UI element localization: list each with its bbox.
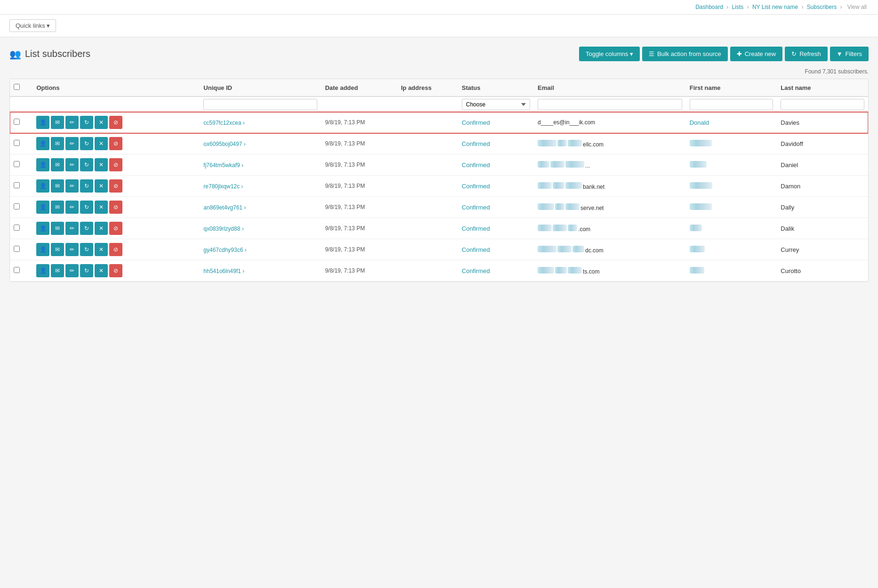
filter-uid-input[interactable] <box>203 99 317 110</box>
uid-link[interactable]: fj764tm5wkaf9 › <box>203 162 243 169</box>
resend-button[interactable]: ↻ <box>80 201 93 214</box>
edit-button[interactable]: ✏ <box>65 137 79 150</box>
header-checkbox-cell <box>10 79 32 97</box>
resend-button[interactable]: ↻ <box>80 116 93 129</box>
row-status: Confirmed <box>458 218 534 239</box>
profile-button[interactable]: 👤 <box>36 158 49 171</box>
plus-icon: ✚ <box>737 50 742 57</box>
profile-button[interactable]: 👤 <box>36 201 49 214</box>
block-button[interactable]: ⊘ <box>109 264 122 277</box>
edit-button[interactable]: ✏ <box>65 116 79 129</box>
row-checkbox[interactable] <box>14 246 20 252</box>
email-button[interactable]: ✉ <box>51 179 64 193</box>
row-checkbox[interactable] <box>14 140 20 146</box>
block-button[interactable]: ⊘ <box>109 222 122 235</box>
resend-button[interactable]: ↻ <box>80 179 93 193</box>
edit-button[interactable]: ✏ <box>65 243 79 256</box>
block-button[interactable]: ⊘ <box>109 243 122 256</box>
profile-button[interactable]: 👤 <box>36 222 49 235</box>
row-checkbox-cell <box>10 260 32 282</box>
delete-button[interactable]: ✕ <box>95 243 108 256</box>
row-date: 9/8/19, 7:13 PM <box>321 218 397 239</box>
email-button[interactable]: ✉ <box>51 201 64 214</box>
block-button[interactable]: ⊘ <box>109 116 122 129</box>
block-button[interactable]: ⊘ <box>109 137 122 150</box>
resend-button[interactable]: ↻ <box>80 137 93 150</box>
row-checkbox[interactable] <box>14 119 20 125</box>
row-first-name <box>686 176 777 197</box>
block-button[interactable]: ⊘ <box>109 158 122 171</box>
delete-button[interactable]: ✕ <box>95 137 108 150</box>
uid-link[interactable]: hh541o6ln49f1 › <box>203 268 244 274</box>
delete-button[interactable]: ✕ <box>95 158 108 171</box>
breadcrumb-lists[interactable]: Lists <box>732 4 744 10</box>
block-button[interactable]: ⊘ <box>109 179 122 193</box>
resend-button[interactable]: ↻ <box>80 243 93 256</box>
create-new-button[interactable]: ✚ Create new <box>730 47 782 61</box>
row-checkbox-cell <box>10 176 32 197</box>
row-ip <box>397 154 458 176</box>
email-button[interactable]: ✉ <box>51 137 64 150</box>
filter-firstname-input[interactable] <box>690 99 773 110</box>
uid-link[interactable]: cc597fc12xcea › <box>203 120 244 126</box>
breadcrumb-list-name[interactable]: NY List new name <box>752 4 798 10</box>
row-email: dc.com <box>534 239 686 260</box>
uid-link[interactable]: qx0839rlzyd88 › <box>203 226 243 232</box>
row-email: ts.com <box>534 260 686 282</box>
filter-lastname-input[interactable] <box>781 99 864 110</box>
edit-button[interactable]: ✏ <box>65 158 79 171</box>
resend-button[interactable]: ↻ <box>80 264 93 277</box>
row-checkbox[interactable] <box>14 267 20 273</box>
delete-button[interactable]: ✕ <box>95 201 108 214</box>
email-button[interactable]: ✉ <box>51 158 64 171</box>
edit-button[interactable]: ✏ <box>65 264 79 277</box>
row-uid: hh541o6ln49f1 › <box>200 260 321 282</box>
block-button[interactable]: ⊘ <box>109 201 122 214</box>
row-checkbox[interactable] <box>14 161 20 167</box>
row-first-name: Donald <box>686 112 777 133</box>
row-checkbox[interactable] <box>14 203 20 209</box>
resend-button[interactable]: ↻ <box>80 158 93 171</box>
table-row: 👤✉✏↻✕⊘ox6095boj0497 ›9/8/19, 7:13 PMConf… <box>10 133 868 154</box>
uid-link[interactable]: gy467cdhy93c6 › <box>203 247 246 253</box>
toggle-columns-button[interactable]: Toggle columns ▾ <box>579 47 640 61</box>
email-button[interactable]: ✉ <box>51 222 64 235</box>
breadcrumb-dashboard[interactable]: Dashboard <box>695 4 723 10</box>
profile-button[interactable]: 👤 <box>36 264 49 277</box>
email-button[interactable]: ✉ <box>51 243 64 256</box>
email-button[interactable]: ✉ <box>51 264 64 277</box>
header-first-name: First name <box>686 79 777 97</box>
table-header-row: Options Unique ID Date added Ip address … <box>10 79 868 97</box>
edit-button[interactable]: ✏ <box>65 179 79 193</box>
profile-button[interactable]: 👤 <box>36 137 49 150</box>
resend-button[interactable]: ↻ <box>80 222 93 235</box>
email-button[interactable]: ✉ <box>51 116 64 129</box>
delete-button[interactable]: ✕ <box>95 222 108 235</box>
row-checkbox[interactable] <box>14 225 20 231</box>
delete-button[interactable]: ✕ <box>95 264 108 277</box>
refresh-button[interactable]: ↻ Refresh <box>785 47 828 61</box>
profile-button[interactable]: 👤 <box>36 243 49 256</box>
delete-button[interactable]: ✕ <box>95 116 108 129</box>
profile-button[interactable]: 👤 <box>36 179 49 193</box>
uid-link[interactable]: ox6095boj0497 › <box>203 141 245 147</box>
row-email: serve.net <box>534 197 686 218</box>
uid-link[interactable]: re780jlxqw12c › <box>203 183 243 190</box>
select-all-checkbox[interactable] <box>14 84 20 90</box>
edit-button[interactable]: ✏ <box>65 222 79 235</box>
edit-button[interactable]: ✏ <box>65 201 79 214</box>
quick-links-button[interactable]: Quick links ▾ <box>9 19 56 32</box>
filter-status-select[interactable]: Choose Confirmed Unconfirmed Unsubscribe… <box>462 99 530 110</box>
profile-button[interactable]: 👤 <box>36 116 49 129</box>
delete-button[interactable]: ✕ <box>95 179 108 193</box>
breadcrumb-subscribers[interactable]: Subscribers <box>807 4 837 10</box>
filter-email-input[interactable] <box>538 99 682 110</box>
row-checkbox[interactable] <box>14 182 20 188</box>
filters-button[interactable]: ▼ Filters <box>830 47 869 61</box>
main-content: 👥 List subscribers Toggle columns ▾ ☰ Bu… <box>0 37 878 291</box>
row-date: 9/8/19, 7:13 PM <box>321 154 397 176</box>
uid-link[interactable]: an869et4vg761 › <box>203 204 246 211</box>
top-bar: Dashboard › Lists › NY List new name › S… <box>0 0 878 15</box>
bulk-action-button[interactable]: ☰ Bulk action from source <box>642 47 728 61</box>
header-uid: Unique ID <box>200 79 321 97</box>
